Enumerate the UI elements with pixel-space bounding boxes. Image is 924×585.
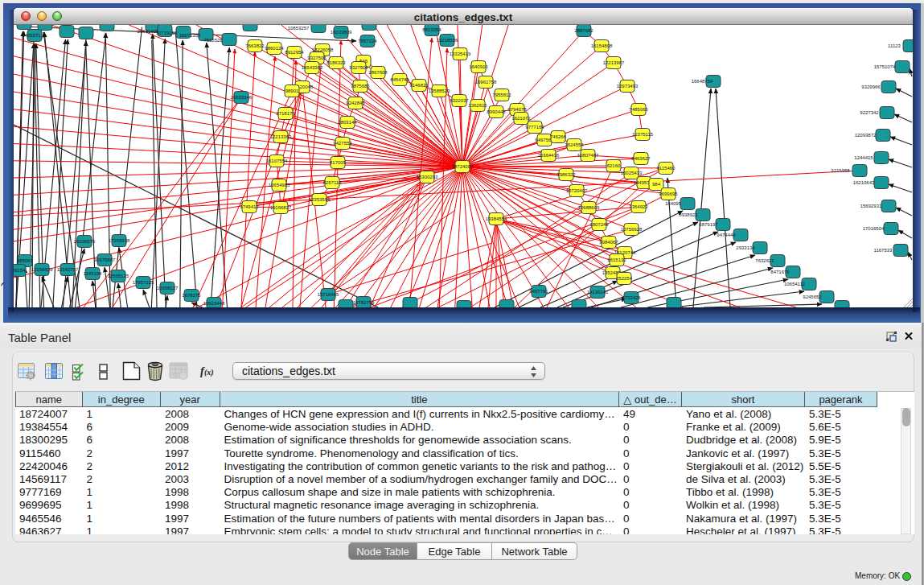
svg-text:985061: 985061: [17, 258, 34, 263]
svg-text:18724007: 18724007: [452, 164, 474, 169]
svg-text:12353594: 12353594: [309, 197, 331, 202]
svg-text:2718176: 2718176: [276, 111, 295, 116]
svg-text:16210643: 16210643: [853, 180, 875, 185]
svg-text:10654985: 10654985: [269, 183, 290, 187]
svg-text:16671355: 16671355: [179, 33, 201, 38]
svg-text:9327506: 9327506: [307, 56, 326, 60]
svg-text:10973493: 10973493: [617, 84, 639, 89]
svg-text:8186323: 8186323: [326, 60, 346, 65]
svg-text:3624554: 3624554: [565, 142, 584, 147]
svg-text:1749412: 1749412: [240, 204, 259, 209]
svg-text:9329966: 9329966: [861, 84, 881, 89]
svg-text:12923448: 12923448: [203, 301, 225, 306]
svg-text:2933134: 2933134: [736, 245, 755, 250]
svg-text:(x): (x): [204, 368, 214, 377]
svg-text:1621072: 1621072: [511, 116, 531, 121]
svg-text:9327508: 9327508: [349, 65, 368, 70]
svg-text:9777169: 9777169: [525, 125, 544, 130]
svg-text:8912954: 8912954: [285, 50, 304, 55]
svg-text:1615132: 1615132: [607, 257, 626, 262]
svg-text:9146821: 9146821: [409, 83, 429, 88]
svg-text:7485063: 7485063: [629, 107, 648, 112]
svg-text:11123: 11123: [888, 43, 901, 48]
svg-text:9115460: 9115460: [657, 166, 676, 171]
svg-text:16543382: 16543382: [302, 65, 323, 70]
svg-text:9875685: 9875685: [351, 84, 370, 89]
svg-text:14136141: 14136141: [587, 290, 609, 295]
svg-text:8471676: 8471676: [770, 270, 790, 274]
svg-text:16961758: 16961758: [475, 80, 497, 84]
svg-text:12342757: 12342757: [57, 267, 79, 272]
svg-text:12505135: 12505135: [108, 274, 129, 278]
svg-text:7632621: 7632621: [755, 258, 774, 263]
svg-text:7857224: 7857224: [358, 39, 377, 43]
svg-text:10807487: 10807487: [577, 153, 599, 158]
svg-text:20206576: 20206576: [74, 239, 96, 244]
svg-text:7955812: 7955812: [492, 93, 511, 97]
svg-text:746266: 746266: [550, 134, 567, 139]
svg-text:3215958: 3215958: [831, 168, 850, 173]
svg-text:62160: 62160: [607, 163, 621, 168]
svg-text:16154808: 16154808: [591, 43, 613, 48]
svg-text:8938923: 8938923: [679, 212, 698, 217]
svg-text:2803144: 2803144: [338, 120, 357, 125]
svg-text:1362615: 1362615: [468, 103, 487, 108]
svg-text:90975887: 90975887: [94, 257, 116, 262]
svg-text:1405571: 1405571: [22, 33, 41, 38]
svg-text:12213967: 12213967: [603, 60, 625, 65]
svg-text:1733426: 1733426: [622, 295, 641, 300]
svg-text:9427552: 9427552: [333, 141, 352, 146]
svg-text:15300293: 15300293: [417, 175, 438, 179]
svg-text:10654112: 10654112: [784, 282, 806, 286]
svg-text:19218506: 19218506: [437, 38, 458, 43]
svg-text:13325419: 13325419: [450, 51, 471, 56]
svg-text:39154: 39154: [14, 268, 26, 273]
svg-text:9457791: 9457791: [529, 289, 548, 294]
svg-text:984: 984: [652, 182, 661, 187]
svg-text:12213363: 12213363: [270, 134, 292, 139]
svg-text:10025433: 10025433: [621, 171, 643, 175]
svg-text:12093872: 12093872: [855, 133, 877, 138]
svg-text:1640910: 1640910: [469, 64, 488, 69]
svg-text:8267110: 8267110: [323, 180, 343, 185]
svg-text:10958127: 10958127: [157, 286, 179, 290]
svg-text:19384554: 19384554: [486, 216, 507, 221]
svg-text:8813054: 8813054: [422, 27, 441, 32]
svg-text:19166827: 19166827: [270, 205, 292, 210]
svg-text:7986322: 7986322: [556, 172, 576, 177]
svg-text:18226058: 18226058: [312, 47, 334, 52]
svg-text:12156829: 12156829: [31, 267, 53, 272]
svg-text:1678275: 1678275: [182, 293, 201, 298]
svg-text:15751074: 15751074: [874, 64, 896, 69]
svg-text:9474444: 9474444: [717, 233, 736, 237]
svg-text:2887682: 2887682: [574, 28, 593, 33]
svg-text:1364923: 1364923: [629, 204, 648, 209]
svg-text:15720407: 15720407: [566, 188, 588, 193]
svg-text:16033809: 16033809: [331, 30, 352, 35]
svg-text:9084067: 9084067: [599, 240, 618, 245]
svg-text:1167533: 1167533: [874, 248, 893, 253]
svg-text:8322037: 8322037: [450, 98, 469, 103]
svg-text:13588520: 13588520: [429, 89, 450, 93]
svg-text:252254: 252254: [616, 276, 633, 281]
svg-text:17016504: 17016504: [863, 226, 885, 231]
svg-text:6794078: 6794078: [507, 107, 527, 112]
svg-text:7663822: 7663822: [245, 43, 265, 48]
svg-text:17957225: 17957225: [133, 280, 154, 285]
svg-text:9463627: 9463627: [631, 156, 651, 161]
svg-text:17359938: 17359938: [109, 238, 130, 243]
svg-text:16782759: 16782759: [353, 300, 375, 305]
svg-text:6879197: 6879197: [699, 222, 718, 227]
svg-text:164095: 164095: [665, 201, 682, 206]
svg-text:1145194: 1145194: [84, 271, 103, 276]
svg-text:9242845: 9242845: [346, 101, 365, 105]
svg-text:12375115: 12375115: [632, 132, 654, 137]
svg-text:2867608: 2867608: [368, 70, 388, 75]
svg-text:16107554: 16107554: [266, 159, 288, 163]
svg-text:1807249: 1807249: [589, 222, 609, 227]
svg-text:15692931: 15692931: [860, 204, 882, 208]
svg-text:10719155: 10719155: [156, 31, 178, 35]
svg-text:817005: 817005: [330, 160, 347, 165]
svg-text:20364436: 20364436: [538, 153, 560, 158]
svg-text:8454749: 8454749: [390, 77, 409, 82]
